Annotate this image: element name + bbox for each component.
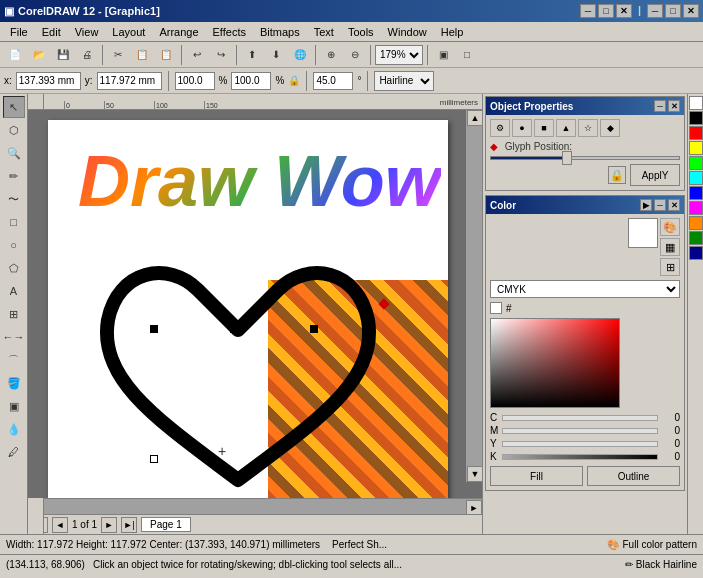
handle-top-center[interactable] bbox=[230, 325, 238, 333]
paste-button[interactable]: 📋 bbox=[155, 44, 177, 66]
menu-tools[interactable]: Tools bbox=[342, 24, 380, 40]
swatch-magenta[interactable] bbox=[689, 201, 703, 215]
swatch-yellow[interactable] bbox=[689, 141, 703, 155]
new-button[interactable]: 📄 bbox=[4, 44, 26, 66]
menu-arrange[interactable]: Arrange bbox=[153, 24, 204, 40]
import-button[interactable]: ⬆ bbox=[241, 44, 263, 66]
x-input[interactable] bbox=[16, 72, 81, 90]
freehand-tool[interactable]: ✏ bbox=[3, 165, 25, 187]
swatch-orange[interactable] bbox=[689, 216, 703, 230]
export-button[interactable]: ⬇ bbox=[265, 44, 287, 66]
prop-tool-4[interactable]: ▲ bbox=[556, 119, 576, 137]
menu-effects[interactable]: Effects bbox=[207, 24, 252, 40]
menu-view[interactable]: View bbox=[69, 24, 105, 40]
menu-edit[interactable]: Edit bbox=[36, 24, 67, 40]
fill-button-panel[interactable]: Fill bbox=[490, 466, 583, 486]
handle-top-right[interactable] bbox=[310, 325, 318, 333]
color-tool-swatches[interactable]: ▦ bbox=[660, 238, 680, 256]
child-close-button[interactable]: ✕ bbox=[683, 4, 699, 18]
rectangle-tool[interactable]: □ bbox=[3, 211, 25, 233]
outline-tool[interactable]: 🖊 bbox=[3, 441, 25, 463]
zoom-tool[interactable]: 🔍 bbox=[3, 142, 25, 164]
fill-button[interactable]: ▣ bbox=[432, 44, 454, 66]
publish-button[interactable]: 🌐 bbox=[289, 44, 311, 66]
cut-button[interactable]: ✂ bbox=[107, 44, 129, 66]
copy-button[interactable]: 📋 bbox=[131, 44, 153, 66]
scroll-track-v[interactable] bbox=[467, 126, 482, 466]
outline-button[interactable]: □ bbox=[456, 44, 478, 66]
menu-text[interactable]: Text bbox=[308, 24, 340, 40]
y-input[interactable] bbox=[97, 72, 162, 90]
page-tab[interactable]: Page 1 bbox=[141, 517, 191, 532]
fill-tool[interactable]: 🪣 bbox=[3, 372, 25, 394]
dimension-tool[interactable]: ←→ bbox=[3, 326, 25, 348]
hex-checkbox[interactable] bbox=[490, 302, 502, 314]
smart-draw-tool[interactable]: 〜 bbox=[3, 188, 25, 210]
shape-tool[interactable]: ⬡ bbox=[3, 119, 25, 141]
connector-tool[interactable]: ⌒ bbox=[3, 349, 25, 371]
table-tool[interactable]: ⊞ bbox=[3, 303, 25, 325]
prop-tool-6[interactable]: ◆ bbox=[600, 119, 620, 137]
swatch-black[interactable] bbox=[689, 111, 703, 125]
heart-shape[interactable]: + bbox=[78, 240, 398, 498]
zoom-in-button[interactable]: ⊕ bbox=[320, 44, 342, 66]
swatch-dark-green[interactable] bbox=[689, 231, 703, 245]
prop-tool-5[interactable]: ☆ bbox=[578, 119, 598, 137]
handle-center[interactable]: + bbox=[216, 445, 228, 457]
y-slider[interactable] bbox=[502, 441, 658, 447]
redo-button[interactable]: ↪ bbox=[210, 44, 232, 66]
handle-top-left[interactable] bbox=[150, 325, 158, 333]
color-tool-spectrum[interactable]: 🎨 bbox=[660, 218, 680, 236]
menu-bitmaps[interactable]: Bitmaps bbox=[254, 24, 306, 40]
color-panel-close[interactable]: ✕ bbox=[668, 199, 680, 211]
smart-fill-tool[interactable]: ▣ bbox=[3, 395, 25, 417]
menu-help[interactable]: Help bbox=[435, 24, 470, 40]
hairline-select[interactable]: Hairline bbox=[374, 71, 434, 91]
menu-layout[interactable]: Layout bbox=[106, 24, 151, 40]
apply-button[interactable]: ApplY bbox=[630, 164, 680, 186]
angle-input[interactable] bbox=[313, 72, 353, 90]
scroll-up-button[interactable]: ▲ bbox=[467, 110, 482, 126]
menu-file[interactable]: File bbox=[4, 24, 34, 40]
white-swatch[interactable] bbox=[628, 218, 658, 248]
prop-tool-2[interactable]: ● bbox=[512, 119, 532, 137]
menu-window[interactable]: Window bbox=[382, 24, 433, 40]
ellipse-tool[interactable]: ○ bbox=[3, 234, 25, 256]
handle-bottom-left[interactable] bbox=[150, 455, 158, 463]
color-gradient-area[interactable] bbox=[490, 318, 680, 408]
prop-tool-1[interactable]: ⚙ bbox=[490, 119, 510, 137]
color-mode-select[interactable]: CMYK bbox=[490, 280, 680, 298]
color-panel-minimize[interactable]: ─ bbox=[654, 199, 666, 211]
panel-close-button[interactable]: ✕ bbox=[668, 100, 680, 112]
scroll-down-button[interactable]: ▼ bbox=[467, 466, 482, 482]
outline-button-panel[interactable]: Outline bbox=[587, 466, 680, 486]
swatch-blue[interactable] bbox=[689, 186, 703, 200]
swatch-red[interactable] bbox=[689, 126, 703, 140]
scroll-track-h[interactable] bbox=[44, 500, 466, 515]
color-tool-mixer[interactable]: ⊞ bbox=[660, 258, 680, 276]
prop-tool-3[interactable]: ■ bbox=[534, 119, 554, 137]
select-tool[interactable]: ↖ bbox=[3, 96, 25, 118]
maximize-button[interactable]: □ bbox=[598, 4, 614, 18]
width-input[interactable] bbox=[175, 72, 215, 90]
swatch-dark-blue[interactable] bbox=[689, 246, 703, 260]
close-button[interactable]: ✕ bbox=[616, 4, 632, 18]
next-page-button[interactable]: ► bbox=[101, 517, 117, 533]
c-slider[interactable] bbox=[502, 415, 658, 421]
color-picker-gradient[interactable] bbox=[490, 318, 620, 408]
text-tool[interactable]: A bbox=[3, 280, 25, 302]
undo-button[interactable]: ↩ bbox=[186, 44, 208, 66]
polygon-tool[interactable]: ⬠ bbox=[3, 257, 25, 279]
m-slider[interactable] bbox=[502, 428, 658, 434]
lock-icon[interactable]: 🔒 bbox=[288, 75, 300, 86]
child-maximize-button[interactable]: □ bbox=[665, 4, 681, 18]
height-input[interactable] bbox=[231, 72, 271, 90]
zoom-select[interactable]: 179% 100% 200% bbox=[375, 45, 423, 65]
print-button[interactable]: 🖨 bbox=[76, 44, 98, 66]
swatch-green[interactable] bbox=[689, 156, 703, 170]
k-slider[interactable] bbox=[502, 454, 658, 460]
panel-minimize-button[interactable]: ─ bbox=[654, 100, 666, 112]
save-button[interactable]: 💾 bbox=[52, 44, 74, 66]
lock-apply-icon[interactable]: 🔒 bbox=[608, 166, 626, 184]
child-minimize-button[interactable]: ─ bbox=[647, 4, 663, 18]
